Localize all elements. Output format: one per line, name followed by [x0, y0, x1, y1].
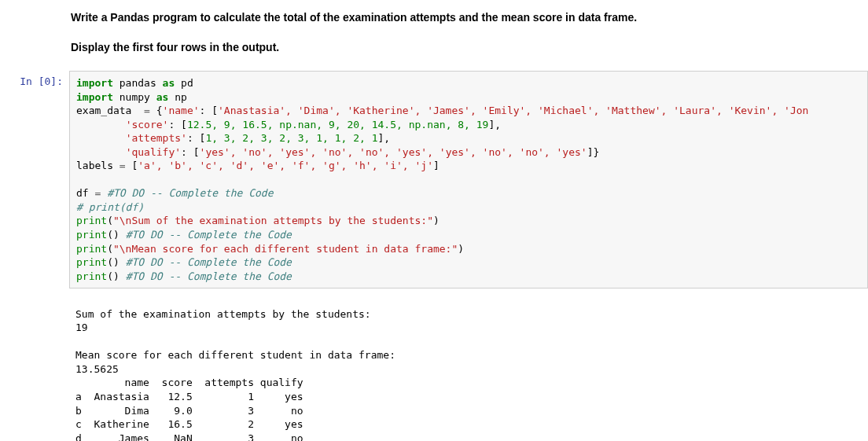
- out-line: c Katherine 16.5 2 yes: [75, 418, 303, 430]
- str: 'yes', 'no', 'yes', 'no', 'no', 'yes', '…: [200, 146, 587, 158]
- problem-heading-2: Display the first four rows in the outpu…: [0, 41, 868, 53]
- code-text: ],: [378, 132, 391, 144]
- code-text: exam_data: [76, 105, 144, 116]
- code-text: ]}: [587, 146, 600, 158]
- kw-import: import: [76, 77, 113, 89]
- code-text: : [: [168, 119, 186, 130]
- code-text: ]: [433, 160, 440, 171]
- code-text: pd: [181, 77, 193, 89]
- str: 'qualify': [126, 146, 181, 158]
- output-prompt: [0, 288, 69, 293]
- out-line: a Anastasia 12.5 1 yes: [75, 391, 303, 402]
- code-text: [76, 119, 126, 130]
- code-text: : [: [181, 146, 199, 158]
- code-text: numpy: [120, 91, 150, 103]
- code-text: labels: [76, 160, 120, 171]
- kw-import: import: [76, 91, 113, 103]
- comment: #TO DO -- Complete the Code: [126, 256, 292, 268]
- kw-as: as: [156, 91, 169, 103]
- out-line: name score attempts qualify: [75, 377, 303, 388]
- op-eq: =: [120, 160, 126, 171]
- code-text: ): [433, 215, 440, 226]
- code-text: (: [107, 215, 113, 226]
- out-line: b Dima 9.0 3 no: [75, 405, 303, 417]
- code-text: : [: [200, 105, 218, 116]
- code-text: [76, 146, 126, 158]
- code-text: {: [150, 105, 163, 116]
- str: 'score': [126, 119, 169, 130]
- comment: #TO DO -- Complete the Code: [101, 187, 273, 199]
- kw-as: as: [163, 77, 175, 89]
- comment: #TO DO -- Complete the Code: [126, 270, 292, 282]
- code-cell[interactable]: import pandas as pd import numpy as np e…: [69, 71, 868, 288]
- code-text: ): [458, 243, 464, 255]
- builtin-print: print: [76, 270, 107, 282]
- code-text: [76, 132, 126, 144]
- code-text: (): [107, 270, 125, 282]
- code-text: : [: [187, 132, 205, 144]
- out-line: 19: [75, 322, 88, 333]
- output-cell: Sum of the examination attempts by the s…: [69, 288, 868, 441]
- code-text: np: [175, 91, 187, 103]
- str: "\nSum of the examination attempts by th…: [113, 215, 433, 226]
- str: 'Anastasia', 'Dima', 'Katherine', 'James…: [218, 105, 808, 116]
- comment: #TO DO -- Complete the Code: [126, 229, 292, 241]
- out-line: Mean score for each different student in…: [75, 349, 395, 361]
- input-prompt: In [0]:: [0, 71, 69, 87]
- builtin-print: print: [76, 229, 107, 241]
- code-text: (: [107, 243, 113, 255]
- str: "\nMean score for each different student…: [113, 243, 458, 255]
- op-eq: =: [144, 105, 150, 116]
- num: 1, 3, 2, 3, 2, 3, 1, 1, 2, 1: [205, 132, 377, 144]
- out-line: 13.5625: [75, 363, 119, 375]
- code-text: [: [126, 160, 138, 171]
- str: 'attempts': [126, 132, 187, 144]
- code-text: df: [76, 187, 94, 199]
- builtin-print: print: [76, 256, 107, 268]
- comment: # print(df): [76, 201, 144, 213]
- out-line: d James NaN 3 no: [75, 432, 303, 441]
- builtin-print: print: [76, 215, 107, 226]
- code-text: pandas: [120, 77, 156, 89]
- code-text: ],: [488, 119, 501, 130]
- code-text: (): [107, 256, 125, 268]
- out-line: Sum of the examination attempts by the s…: [75, 308, 371, 320]
- builtin-print: print: [76, 243, 107, 255]
- num: 12.5, 9, 16.5, np.nan, 9, 20, 14.5, np.n…: [187, 119, 489, 130]
- problem-heading-1: Write a Pandas program to calculate the …: [0, 11, 868, 24]
- code-text: (): [107, 229, 125, 241]
- str: 'a', 'b', 'c', 'd', 'e', 'f', 'g', 'h', …: [138, 160, 433, 171]
- str: 'name': [163, 105, 200, 116]
